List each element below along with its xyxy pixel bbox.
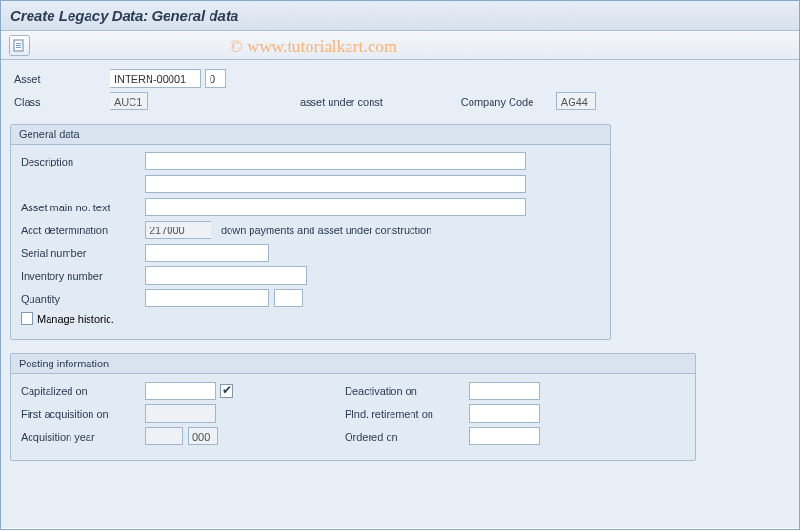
- manage-historic-checkbox[interactable]: [21, 312, 33, 325]
- description2-field[interactable]: [145, 175, 526, 193]
- svg-rect-1: [16, 43, 21, 44]
- toolbar: [1, 31, 799, 60]
- first-acquisition-label: First acquisition on: [21, 408, 145, 420]
- description-label: Description: [21, 156, 145, 167]
- quantity-unit-field[interactable]: [274, 289, 303, 307]
- class-field[interactable]: [110, 92, 148, 110]
- acquisition-period-field[interactable]: [188, 427, 218, 445]
- asset-label: Asset: [14, 73, 110, 85]
- asset-main-text-field[interactable]: [145, 198, 526, 216]
- general-data-title: General data: [11, 125, 610, 145]
- posting-info-group: Posting information Capitalized on First…: [10, 353, 696, 461]
- class-description: asset under const: [300, 96, 383, 108]
- general-data-group: General data Description Asset main no. …: [10, 124, 611, 340]
- display-button[interactable]: [9, 35, 30, 56]
- deactivation-on-label: Deactivation on: [345, 385, 469, 397]
- company-code-label: Company Code: [461, 96, 556, 108]
- quantity-field[interactable]: [145, 289, 269, 307]
- posting-info-title: Posting information: [11, 354, 695, 374]
- inventory-number-label: Inventory number: [21, 270, 145, 282]
- company-code-field[interactable]: [556, 92, 596, 110]
- manage-historic-label: Manage historic.: [37, 313, 114, 325]
- document-icon: [12, 39, 26, 52]
- acct-determination-desc: down payments and asset under constructi…: [221, 225, 431, 236]
- inventory-number-field[interactable]: [145, 266, 307, 285]
- asset-subnumber-field[interactable]: [205, 69, 226, 88]
- asset-field[interactable]: [110, 69, 201, 88]
- quantity-label: Quantity: [21, 293, 145, 305]
- description-field[interactable]: [145, 152, 526, 170]
- svg-rect-2: [16, 45, 21, 46]
- acct-determination-label: Acct determination: [21, 225, 145, 236]
- acquisition-year-label: Acquisition year: [21, 431, 145, 443]
- acquisition-year-field[interactable]: [145, 427, 183, 445]
- plnd-retirement-label: Plnd. retirement on: [345, 408, 469, 420]
- capitalized-on-checkbox[interactable]: [220, 384, 233, 398]
- ordered-on-field[interactable]: [469, 427, 540, 445]
- first-acquisition-field[interactable]: [145, 404, 216, 423]
- capitalized-on-field[interactable]: [145, 382, 216, 400]
- deactivation-on-field[interactable]: [469, 382, 540, 400]
- svg-rect-3: [16, 47, 21, 48]
- asset-main-text-label: Asset main no. text: [21, 202, 145, 213]
- capitalized-on-label: Capitalized on: [21, 385, 145, 397]
- plnd-retirement-field[interactable]: [469, 404, 540, 423]
- class-label: Class: [14, 96, 110, 108]
- ordered-on-label: Ordered on: [345, 431, 469, 443]
- acct-determination-field[interactable]: [145, 221, 211, 239]
- serial-number-label: Serial number: [21, 247, 145, 259]
- serial-number-field[interactable]: [145, 244, 269, 262]
- page-title: Create Legacy Data: General data: [1, 1, 799, 31]
